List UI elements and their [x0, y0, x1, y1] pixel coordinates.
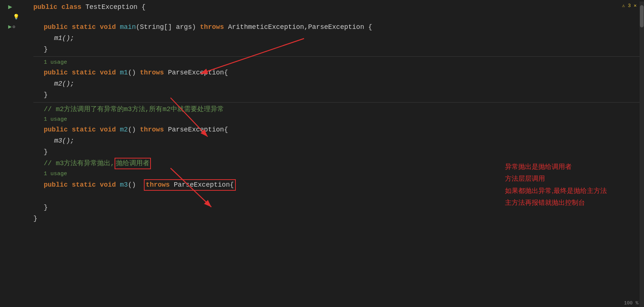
kw-void: void — [100, 22, 120, 32]
close-brace-class: } — [33, 214, 37, 224]
line-usage-m1: 1 usage — [33, 58, 644, 67]
bulb-icon: 💡 — [13, 13, 19, 21]
annotation-line-1: 异常抛出是抛给调用者 — [505, 161, 607, 173]
line-close-m1: } — [33, 90, 644, 101]
line-main-declaration: ▶⚙ public static void main(String[] args… — [33, 21, 644, 33]
m2-call: m2(); — [54, 79, 74, 89]
run-button-class[interactable]: ▶ — [8, 2, 12, 12]
line-usage-m2: 1 usage — [33, 115, 644, 124]
separator-2 — [33, 102, 644, 103]
comment-m2: // m2方法调用了有异常的m3方法,所有m2中就需要处理异常 — [44, 104, 224, 114]
method-m1: m1 — [120, 68, 128, 78]
line-comment-m2: // m2方法调用了有异常的m3方法,所有m2中就需要处理异常 — [33, 104, 644, 115]
run-icon[interactable]: ▶ — [8, 23, 12, 31]
throws-keyword-main: throws — [200, 22, 228, 32]
keyword-class: class — [62, 2, 86, 12]
kw-static-m2: static — [72, 125, 100, 135]
line-m2-definition: public static void m2() throws ParseExce… — [33, 124, 644, 135]
throws-keyword-m3: throws — [146, 181, 174, 188]
kw-public-m1: public — [44, 68, 72, 78]
kw-public-m2: public — [44, 125, 72, 135]
m2-params: () — [128, 125, 140, 135]
separator-1 — [33, 56, 644, 57]
usage-count-m3: 1 usage — [44, 170, 67, 178]
main-params: (String[] args) — [136, 22, 200, 32]
zoom-level: 100 % — [624, 300, 638, 307]
m3-call: m3(); — [54, 136, 74, 146]
usage-count-m1: 1 usage — [44, 59, 67, 67]
vertical-scrollbar[interactable] — [640, 1, 644, 307]
debug-icon[interactable]: ⚙ — [13, 24, 15, 30]
line-bulb: 💡 — [33, 13, 644, 21]
line-close-m2: } — [33, 146, 644, 157]
close-brace-4: } — [44, 203, 48, 213]
code-editor: ▶ public class TestException { ⚠ 3 ✕ 💡 ▶… — [0, 1, 644, 307]
kw-static-m3: static — [72, 180, 100, 190]
class-name: TestException { — [85, 2, 145, 12]
line-m1-definition: public static void m1() throws ParseExce… — [33, 67, 644, 79]
annotation-line-3: 如果都抛出异常,最终是抛给主方法 — [505, 185, 607, 197]
m3-params: () — [128, 180, 144, 190]
method-m2: m2 — [120, 125, 128, 135]
parse-exception-m3: ParseException{ — [174, 181, 234, 188]
method-main: main — [120, 22, 136, 32]
close-brace-1: } — [44, 44, 48, 54]
parse-exception-m1: ParseException{ — [168, 68, 228, 78]
run-debug-buttons[interactable]: ▶⚙ — [8, 23, 15, 31]
m1-params: () — [128, 68, 140, 78]
parse-exception-m2: ParseException{ — [168, 125, 228, 135]
arithmetic-exception: ArithmeticException,ParseException { — [228, 22, 372, 32]
line-close-class: } — [33, 213, 644, 224]
annotation-line-2: 方法层层调用 — [505, 173, 607, 184]
kw-static-m1: static — [72, 68, 100, 78]
line-m3-call: m3(); — [33, 135, 644, 146]
line-class-declaration: ▶ public class TestException { ⚠ 3 ✕ — [33, 1, 644, 13]
kw-static: static — [72, 22, 100, 32]
line-m1-call: m1(); — [33, 33, 644, 44]
close-brace-3: } — [44, 147, 48, 157]
kw-public: public — [44, 22, 72, 32]
kw-void-m2: void — [100, 125, 120, 135]
throws-keyword-m1: throws — [140, 68, 168, 78]
warning-badge: ⚠ 3 ✕ — [622, 2, 637, 10]
comment-m3-part1: // m3方法有异常抛出, — [44, 158, 115, 168]
kw-void-m3: void — [100, 180, 120, 190]
throws-box-m3: throws ParseException{ — [144, 179, 236, 191]
line-m2-call: m2(); — [33, 79, 644, 90]
method-m3: m3 — [120, 180, 128, 190]
annotation-line-4: 主方法再报错就抛出控制台 — [505, 197, 607, 208]
kw-public-m3: public — [44, 180, 72, 190]
scrollbar-thumb[interactable] — [640, 5, 644, 27]
annotation-block: 异常抛出是抛给调用者 方法层层调用 如果都抛出异常,最终是抛给主方法 主方法再报… — [505, 161, 607, 209]
m1-call: m1(); — [54, 33, 74, 43]
line-close-main: } — [33, 44, 644, 55]
throws-keyword-m2: throws — [140, 125, 168, 135]
close-brace-2: } — [44, 90, 48, 100]
keyword-public: public — [33, 2, 62, 12]
kw-void-m1: void — [100, 68, 120, 78]
usage-count-m2: 1 usage — [44, 116, 67, 124]
comment-m3-highlighted: 抛给调用者 — [115, 158, 151, 169]
